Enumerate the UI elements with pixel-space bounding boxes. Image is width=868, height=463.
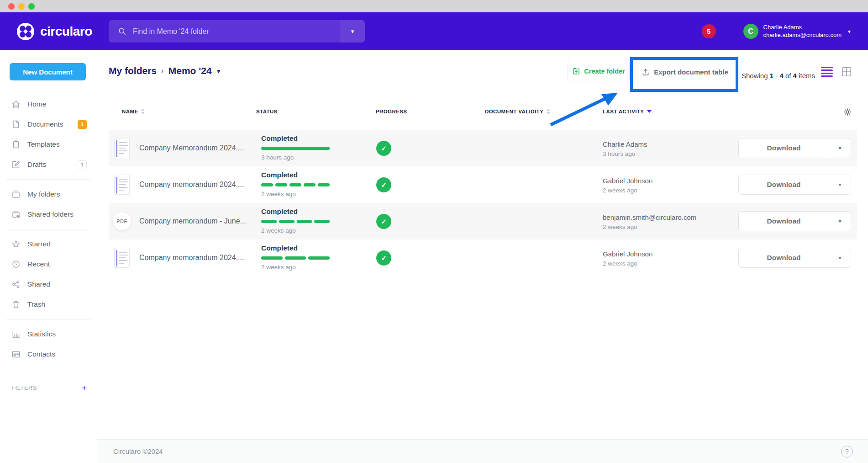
document-thumbnail-icon (114, 175, 130, 195)
sidebar-item-label: Templates (27, 140, 60, 149)
column-header-last-activity[interactable]: LAST ACTIVITY (603, 109, 652, 114)
status-time: 3 hours ago (261, 154, 334, 161)
column-header-status[interactable]: STATUS (256, 109, 278, 114)
sidebar-item-label: Home (27, 100, 46, 108)
user-menu-caret-icon[interactable]: ▾ (848, 28, 851, 35)
sidebar-item-templates[interactable]: Templates (0, 134, 97, 154)
sidebar-item-label: Documents (27, 120, 63, 128)
column-header-name[interactable]: NAME (122, 109, 145, 114)
download-split-button[interactable]: Download ▾ (738, 211, 851, 231)
sidebar-item-contacts[interactable]: Contacts (0, 344, 97, 364)
sidebar-item-documents[interactable]: Documents 1 (0, 114, 97, 134)
status-time: 2 weeks ago (261, 191, 334, 197)
sidebar-item-recent[interactable]: Recent (0, 254, 97, 274)
breadcrumb-current-folder[interactable]: Memo '24 (168, 65, 212, 76)
export-document-table-button[interactable]: Export document table (636, 62, 734, 82)
last-activity-cell: Gabriel Johnson 2 weeks ago (603, 249, 652, 268)
help-button[interactable]: ? (841, 446, 853, 458)
download-button[interactable]: Download (739, 248, 829, 267)
table-row[interactable]: Company Memorandum 2024.... Completed 3 … (109, 130, 857, 166)
progress-bar (261, 256, 330, 260)
close-window-button[interactable] (8, 3, 15, 10)
activity-user: Gabriel Johnson (603, 176, 652, 186)
sidebar-item-starred[interactable]: Starred (0, 234, 97, 254)
main-content: My folders › Memo '24 ▾ Create folder Ex… (97, 50, 868, 463)
sidebar-item-shared[interactable]: Shared (0, 274, 97, 294)
user-info[interactable]: Charlie Adams charlie.adams@circularo.co… (763, 24, 842, 39)
sidebar-item-statistics[interactable]: Statistics (0, 324, 97, 344)
last-activity-cell: Charlie Adams 3 hours ago (603, 139, 647, 158)
clock-icon (11, 260, 21, 269)
create-folder-button[interactable]: Create folder (568, 61, 630, 81)
grid-view-toggle[interactable] (841, 66, 852, 78)
last-activity-cell: Gabriel Johnson 2 weeks ago (603, 176, 652, 195)
sidebar-item-my-folders[interactable]: My folders (0, 184, 97, 204)
folder-menu-caret-icon[interactable]: ▾ (217, 68, 221, 75)
table-row[interactable]: Company memorandum 2024.... Completed 2 … (109, 239, 857, 276)
copyright-text: Circularo ©2024 (113, 447, 163, 455)
column-header-progress[interactable]: PROGRESS (376, 109, 407, 114)
brand-logo[interactable]: circularo (16, 22, 92, 41)
status-text: Completed (261, 134, 334, 143)
download-button[interactable]: Download (739, 212, 829, 231)
document-name[interactable]: Company memorandum - June... (139, 217, 246, 225)
sidebar-divider (6, 229, 90, 229)
contacts-icon (11, 350, 21, 359)
table-row[interactable]: Company memorandum 2024.... Completed 2 … (109, 166, 857, 203)
progress-complete-check-icon: ✓ (376, 214, 391, 229)
sidebar-item-label: Shared folders (27, 210, 74, 218)
breadcrumb-my-folders[interactable]: My folders (109, 65, 157, 76)
search-input[interactable]: Find in Memo '24 folder ▾ (109, 20, 365, 43)
progress-complete-check-icon: ✓ (376, 177, 391, 192)
progress-bar (261, 183, 330, 186)
column-header-document-validity[interactable]: DOCUMENT VALIDITY (485, 109, 550, 114)
download-split-button[interactable]: Download ▾ (738, 138, 851, 158)
activity-time: 2 weeks ago (603, 186, 652, 195)
user-name: Charlie Adams (763, 24, 842, 31)
status-text: Completed (261, 171, 334, 179)
drafts-count-badge: 1 (78, 160, 87, 169)
breadcrumb-separator: › (161, 66, 164, 75)
download-button[interactable]: Download (739, 175, 829, 194)
new-document-button[interactable]: New Document (10, 63, 86, 80)
sort-icon (547, 109, 550, 114)
shared-folder-icon (11, 210, 21, 219)
zoom-window-button[interactable] (28, 3, 35, 10)
sidebar-item-label: Statistics (27, 330, 56, 338)
download-options-caret-icon[interactable]: ▾ (829, 248, 851, 267)
minimize-window-button[interactable] (18, 3, 25, 10)
star-icon (11, 239, 21, 249)
search-scope-dropdown[interactable]: ▾ (340, 20, 365, 43)
template-icon (11, 140, 21, 149)
document-name[interactable]: Company memorandum 2024.... (139, 254, 244, 262)
avatar[interactable]: C (743, 24, 758, 39)
progress-complete-check-icon: ✓ (376, 141, 391, 156)
list-view-toggle[interactable] (821, 67, 833, 77)
sidebar-item-drafts[interactable]: Drafts 1 (0, 154, 97, 175)
document-name[interactable]: Company Memorandum 2024.... (139, 144, 244, 152)
sidebar-item-shared-folders[interactable]: Shared folders (0, 204, 97, 224)
download-button[interactable]: Download (739, 138, 829, 158)
trash-icon (11, 300, 21, 309)
download-options-caret-icon[interactable]: ▾ (829, 175, 851, 194)
table-row[interactable]: PDF Company memorandum - June... Complet… (109, 203, 857, 239)
filters-section: FILTERS + (0, 383, 97, 393)
document-name[interactable]: Company memorandum 2024.... (139, 181, 244, 189)
download-options-caret-icon[interactable]: ▾ (829, 138, 851, 158)
status-cell: Completed 2 weeks ago (261, 208, 334, 234)
download-options-caret-icon[interactable]: ▾ (829, 212, 851, 231)
user-email: charlie.adams@circularo.com (763, 32, 842, 39)
activity-time: 2 weeks ago (603, 223, 696, 232)
download-split-button[interactable]: Download ▾ (738, 175, 851, 195)
status-cell: Completed 3 hours ago (261, 134, 334, 161)
add-filter-button[interactable]: + (82, 383, 87, 393)
notification-badge[interactable]: 5 (702, 24, 716, 38)
draft-icon (11, 160, 21, 169)
folder-icon (11, 190, 21, 199)
sidebar-item-home[interactable]: Home (0, 94, 97, 114)
sidebar-item-trash[interactable]: Trash (0, 294, 97, 314)
activity-user: Charlie Adams (603, 139, 647, 149)
download-split-button[interactable]: Download ▾ (738, 248, 851, 268)
column-settings-gear-icon[interactable] (842, 107, 852, 117)
status-time: 2 weeks ago (261, 264, 334, 271)
